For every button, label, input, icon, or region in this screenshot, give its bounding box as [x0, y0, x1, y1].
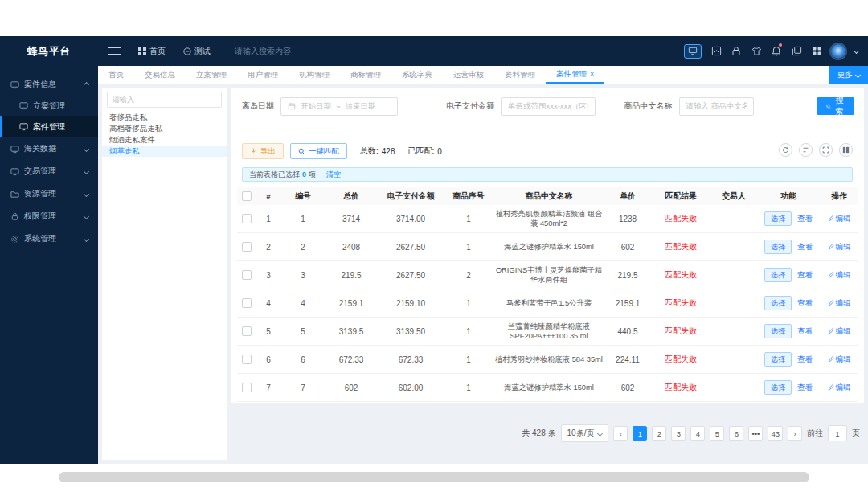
fullscreen-icon[interactable]: [819, 143, 833, 157]
category-item-tobacco[interactable]: 烟草走私: [102, 146, 227, 157]
sidebar-item-case-mgmt[interactable]: 案件管理: [0, 116, 98, 137]
row-checkbox[interactable]: [242, 326, 252, 336]
menu-toggle-icon[interactable]: [108, 45, 121, 57]
table-stats: 总数: 428 已匹配: 0: [360, 146, 442, 157]
theme-tshirt-icon[interactable]: [751, 46, 762, 57]
view-link[interactable]: 查看: [797, 270, 813, 281]
product-name-input[interactable]: 请输入 商品中文名称: [679, 97, 754, 116]
sidebar-item-system-mgmt[interactable]: 系统管理: [0, 228, 98, 250]
nav-home[interactable]: 首页: [138, 46, 166, 57]
page-ellipsis[interactable]: •••: [748, 426, 763, 441]
select-all-checkbox[interactable]: [242, 191, 252, 201]
category-item-highend-luxury[interactable]: 高档奢侈品走私: [102, 123, 227, 134]
tab-ops-review[interactable]: 运营审核: [443, 66, 494, 84]
date-range-picker[interactable]: 开始日期 ~ 结束日期: [280, 97, 398, 116]
select-button[interactable]: 选择: [764, 296, 792, 310]
edit-link[interactable]: 编辑: [828, 326, 851, 337]
apps-grid-icon[interactable]: [811, 46, 822, 57]
row-checkbox[interactable]: [242, 298, 252, 308]
page-size-select[interactable]: 10条/页: [561, 424, 609, 442]
monitor-icon[interactable]: [684, 44, 702, 59]
view-link[interactable]: 查看: [797, 242, 813, 252]
clear-selection-link[interactable]: 清空: [326, 170, 341, 180]
row-product-name: 马爹利蓝带干邑1.5公升装: [493, 296, 605, 310]
table-row: 3 3 219.5 2627.50 2 ORIGINS韦博士灵芝焕能菌子精华水两…: [237, 261, 858, 289]
bottom-scrollbar[interactable]: [59, 472, 809, 482]
page-button-4[interactable]: 4: [690, 426, 705, 441]
edit-link[interactable]: 编辑: [828, 270, 851, 281]
chevron-down-icon[interactable]: [854, 48, 859, 54]
sidebar-item-filing-mgmt[interactable]: 立案管理: [0, 96, 98, 116]
category-item-tobacco-alcohol[interactable]: 烟酒走私案件: [102, 134, 227, 146]
row-checkbox[interactable]: [242, 214, 252, 223]
layers-icon[interactable]: [791, 46, 802, 57]
page-button-5[interactable]: 5: [710, 426, 724, 441]
tab-trade-info[interactable]: 交易信息: [134, 66, 186, 84]
row-index: 1: [256, 215, 280, 223]
select-button[interactable]: 选择: [764, 268, 792, 282]
folder-icon: [10, 190, 19, 199]
view-link[interactable]: 查看: [797, 214, 813, 224]
row-match-result: 匹配失败: [650, 297, 711, 309]
export-button[interactable]: 导出: [242, 143, 284, 159]
search-button[interactable]: 搜索: [817, 97, 854, 115]
page-button-6[interactable]: 6: [729, 426, 743, 441]
tab-user-mgmt[interactable]: 用户管理: [237, 66, 289, 84]
category-search-input[interactable]: 请输入: [107, 92, 222, 108]
view-link[interactable]: 查看: [797, 298, 813, 309]
select-button[interactable]: 选择: [764, 211, 792, 226]
tab-home[interactable]: 首页: [98, 66, 134, 84]
one-click-match-button[interactable]: 一键匹配: [290, 143, 347, 159]
sidebar-item-case-info[interactable]: 案件信息: [0, 73, 98, 96]
category-item-luxury[interactable]: 奢侈品走私: [102, 112, 227, 123]
next-page-button[interactable]: ›: [788, 426, 802, 441]
tab-system-dict[interactable]: 系统字典: [391, 66, 443, 84]
select-button[interactable]: 选择: [764, 324, 792, 338]
close-icon[interactable]: ×: [590, 70, 594, 78]
select-button[interactable]: 选择: [764, 380, 792, 395]
edit-link[interactable]: 编辑: [828, 383, 851, 393]
view-link[interactable]: 查看: [797, 326, 813, 337]
select-button[interactable]: 选择: [764, 240, 792, 254]
page-button-2[interactable]: 2: [652, 426, 666, 441]
page-button-1[interactable]: 1: [633, 426, 647, 441]
select-button[interactable]: 选择: [764, 352, 792, 367]
row-checkbox[interactable]: [242, 242, 252, 252]
sidebar-item-trade-mgmt[interactable]: 交易管理: [0, 160, 98, 182]
tab-brand-mgmt[interactable]: 商标管理: [340, 66, 391, 84]
screenshot-icon[interactable]: [710, 46, 722, 57]
bell-icon[interactable]: [771, 46, 782, 57]
sidebar-item-resource-mgmt[interactable]: 资源管理: [0, 182, 98, 205]
user-avatar[interactable]: [831, 44, 845, 59]
row-epay-amount: 2627.50: [377, 243, 444, 252]
sidebar-item-customs-data[interactable]: 海关数据: [0, 137, 98, 160]
tab-material-mgmt[interactable]: 资料管理: [494, 66, 546, 84]
row-checkbox[interactable]: [242, 355, 252, 364]
row-checkbox[interactable]: [242, 383, 252, 392]
refresh-icon[interactable]: [779, 143, 792, 157]
lock-icon[interactable]: [731, 46, 742, 57]
page-jump-input[interactable]: 1: [828, 425, 847, 441]
density-icon[interactable]: [799, 143, 813, 157]
prev-page-button[interactable]: ‹: [613, 426, 628, 441]
view-link[interactable]: 查看: [797, 383, 813, 393]
edit-link[interactable]: 编辑: [828, 355, 851, 365]
page-button-43[interactable]: 43: [768, 426, 783, 441]
edit-link[interactable]: 编辑: [828, 214, 851, 224]
sidebar-item-permission-mgmt[interactable]: 权限管理: [0, 205, 98, 228]
tab-org-mgmt[interactable]: 机构管理: [289, 66, 340, 84]
tab-filing-mgmt[interactable]: 立案管理: [186, 66, 237, 84]
view-link[interactable]: 查看: [797, 355, 813, 365]
page-button-3[interactable]: 3: [671, 426, 686, 441]
nav-test[interactable]: 测试: [183, 46, 211, 57]
epay-input[interactable]: 单值或范围xxx-xxx（区间值）: [501, 97, 596, 116]
row-index: 7: [256, 383, 280, 392]
epay-placeholder: 单值或范围xxx-xxx（区间值）: [508, 101, 588, 112]
more-button[interactable]: 更多: [829, 66, 868, 84]
row-checkbox[interactable]: [242, 270, 252, 280]
edit-link[interactable]: 编辑: [828, 242, 851, 252]
edit-link[interactable]: 编辑: [828, 298, 851, 309]
column-settings-icon[interactable]: [839, 143, 853, 157]
topbar-search-input[interactable]: 请输入搜索内容: [235, 46, 291, 57]
tab-case-mgmt[interactable]: 案件管理 ×: [546, 66, 604, 84]
